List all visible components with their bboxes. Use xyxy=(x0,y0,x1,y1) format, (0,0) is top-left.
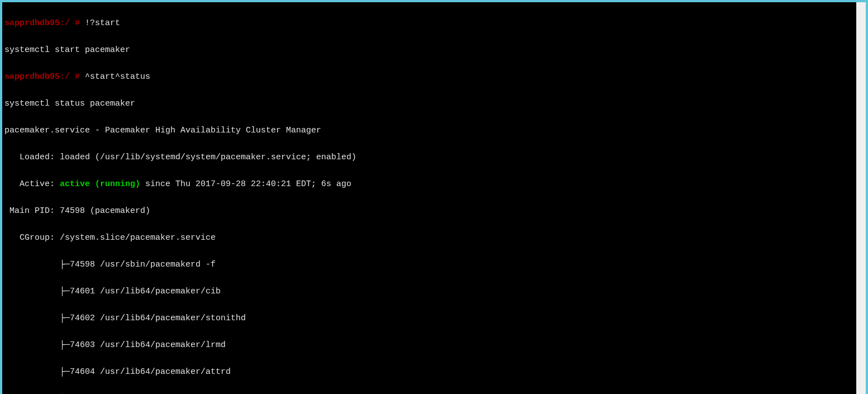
terminal-window[interactable]: sapprdhdb95:/ # !?start systemctl start … xyxy=(2,2,866,394)
command-text: !?start xyxy=(85,18,120,28)
process-entry: ├─74602 /usr/lib64/pacemaker/stonithd xyxy=(4,312,864,325)
shell-prompt: sapprdhdb95:/ # xyxy=(4,18,80,28)
scrollbar-track[interactable] xyxy=(856,2,866,394)
active-status-line: Active: active (running) since Thu 2017-… xyxy=(4,178,864,191)
command-echo: systemctl start pacemaker xyxy=(4,44,864,57)
command-echo: systemctl status pacemaker xyxy=(4,97,864,111)
active-label: Active: xyxy=(4,179,60,189)
vertical-scrollbar[interactable]: ⌄ xyxy=(856,2,866,394)
process-entry: ├─74598 /usr/sbin/pacemakerd -f xyxy=(4,258,864,272)
active-status: active (running) xyxy=(60,179,140,189)
command-text: ^start^status xyxy=(85,72,150,82)
service-description: pacemaker.service - Pacemaker High Avail… xyxy=(4,124,864,137)
main-pid: Main PID: 74598 (pacemakerd) xyxy=(4,205,864,218)
command-line-1: sapprdhdb95:/ # !?start xyxy=(4,17,864,30)
loaded-status: Loaded: loaded (/usr/lib/systemd/system/… xyxy=(4,151,864,164)
active-since: since Thu 2017-09-28 22:40:21 EDT; 6s ag… xyxy=(140,179,351,189)
shell-prompt: sapprdhdb95:/ # xyxy=(4,72,80,82)
command-line-2: sapprdhdb95:/ # ^start^status xyxy=(4,70,864,84)
process-entry: ├─74604 /usr/lib64/pacemaker/attrd xyxy=(4,365,864,379)
process-entry: ├─74601 /usr/lib64/pacemaker/cib xyxy=(4,285,864,298)
process-entry: ├─74603 /usr/lib64/pacemaker/lrmd xyxy=(4,339,864,352)
cgroup-header: CGroup: /system.slice/pacemaker.service xyxy=(4,231,864,245)
